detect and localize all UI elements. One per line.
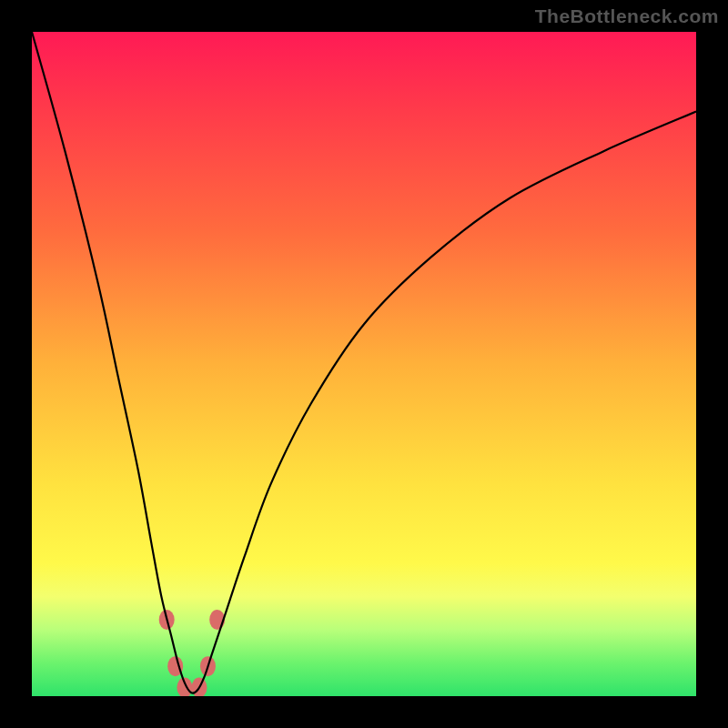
chart-stage: TheBottleneck.com: [0, 0, 728, 728]
watermark-text: TheBottleneck.com: [535, 5, 719, 27]
markers-group: [159, 610, 225, 696]
bottleneck-curve: [32, 32, 696, 693]
plot-background-gradient: [32, 32, 696, 696]
chart-svg: [32, 32, 696, 696]
